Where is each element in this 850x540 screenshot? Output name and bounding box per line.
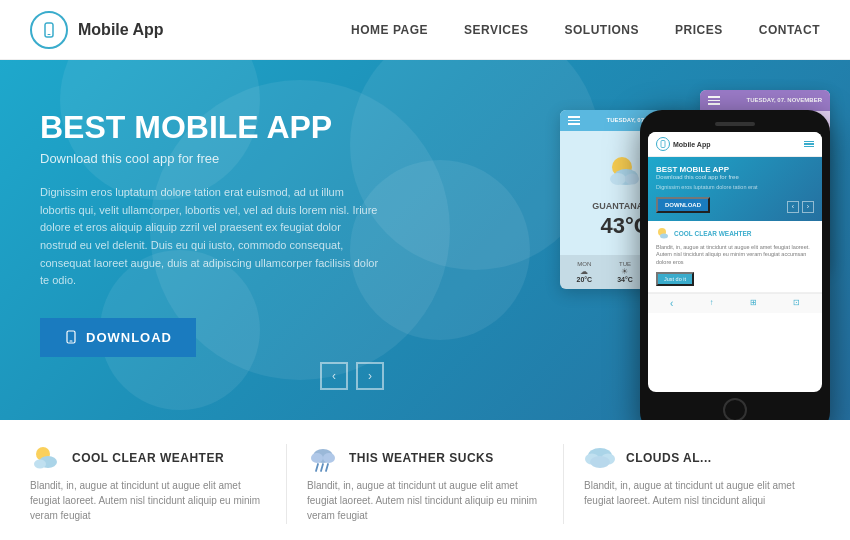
phone-bottom-nav: ‹ ↑ ⊞ ⊡ [648, 293, 822, 313]
nav-services[interactable]: SERVICES [464, 23, 528, 37]
nav-prices[interactable]: PRICES [675, 23, 723, 37]
phone-feature-text: Blandit, in, augue at tincidunt ut augue… [656, 244, 814, 267]
phone-hero: BEST MOBILE APP Download this cool app f… [648, 157, 822, 221]
phone-feature-header: COOL CLEAR WEAHTER [656, 227, 814, 241]
phone-nav-back[interactable]: ‹ [670, 298, 673, 309]
svg-point-19 [34, 460, 46, 469]
svg-point-6 [610, 173, 626, 185]
phone-feature: COOL CLEAR WEAHTER Blandit, in, augue at… [648, 221, 822, 293]
feature-1: COOL CLEAR WEAHTER Blandit, in, augue at… [30, 444, 266, 524]
phone-logo-text: Mobile App [673, 141, 710, 148]
hero-subtitle: Download this cool app for free [40, 151, 380, 166]
feature-divider-1 [286, 444, 287, 524]
feature-2: THIS WEATHER SUCKS Blandit, in, augue at… [307, 444, 543, 524]
hamburger-icon [568, 116, 580, 125]
feature-2-text: Blandit, in, augue at tincidunt ut augue… [307, 478, 543, 523]
feature-3-text: Blandit, in, augue at tincidunt ut augue… [584, 478, 820, 508]
phone-btn-icon [64, 330, 78, 344]
feature-1-text: Blandit, in, augue at tincidunt ut augue… [30, 478, 266, 523]
card-purple-date: TUESDAY, 07. NOVEMBER [747, 97, 822, 103]
hero-desc: Dignissim eros luptatum dolore tation er… [40, 184, 380, 290]
phone-speaker [715, 122, 755, 126]
feature-divider-2 [563, 444, 564, 524]
day-mon: MON ☁ 20°C [577, 261, 593, 283]
phone-download-button[interactable]: DOWNLOAD [656, 197, 710, 213]
phones-area: TUESDAY, 07. NOVEMBER GUANTANAMO 43°C MO… [560, 80, 830, 289]
phone-logo: Mobile App [656, 137, 710, 151]
nav-contact[interactable]: CONTACT [759, 23, 820, 37]
hero-title: BEST MOBILE APP [40, 110, 380, 145]
phone-outer: Mobile App BEST MOBILE APP Download this… [640, 110, 830, 420]
feature-1-icon [30, 444, 62, 472]
hero-section: BEST MOBILE APP Download this cool app f… [0, 60, 850, 420]
phone-dl-label: DOWNLOAD [665, 202, 701, 208]
phone-feature-button[interactable]: Just do it [656, 272, 694, 286]
svg-rect-1 [48, 34, 51, 35]
feature-1-header: COOL CLEAR WEAHTER [30, 444, 224, 472]
hero-content: BEST MOBILE APP Download this cool app f… [0, 60, 420, 357]
svg-point-21 [311, 453, 323, 463]
phone-hero-desc: Dignissim eros luptatum dolore tation er… [656, 184, 814, 192]
nav-arrows: ‹ › [320, 362, 384, 390]
phone-logo-icon [656, 137, 670, 151]
feature-3-header: CLOUDS AL... [584, 444, 712, 472]
nav-solutions[interactable]: SOLUTIONS [565, 23, 640, 37]
phone-feature-title: COOL CLEAR WEAHTER [674, 230, 752, 237]
svg-rect-14 [661, 141, 665, 148]
card-purple-header: TUESDAY, 07. NOVEMBER [700, 90, 830, 111]
svg-line-24 [321, 464, 323, 471]
features-section: COOL CLEAR WEAHTER Blandit, in, augue at… [0, 420, 850, 540]
svg-line-23 [316, 464, 318, 471]
download-button[interactable]: DOWNLOAD [40, 318, 196, 357]
phone-hamburger [804, 141, 814, 148]
logo-area: Mobile App [30, 11, 164, 49]
phone-mockup: Mobile App BEST MOBILE APP Download this… [640, 110, 830, 420]
feature-1-title: COOL CLEAR WEAHTER [72, 451, 224, 465]
phone-nav-reload[interactable]: ⊡ [793, 298, 800, 309]
svg-line-25 [326, 464, 328, 471]
prev-arrow[interactable]: ‹ [320, 362, 348, 390]
feature-3-icon [584, 444, 616, 472]
svg-point-16 [660, 233, 668, 238]
feature-3-title: CLOUDS AL... [626, 451, 712, 465]
logo-title: Mobile App [78, 21, 164, 39]
phone-home-button[interactable] [723, 398, 747, 420]
download-label: DOWNLOAD [86, 330, 172, 345]
feature-icon [656, 227, 670, 241]
nav-home[interactable]: HOME PAGE [351, 23, 428, 37]
phone-nav-bookmark[interactable]: ⊞ [750, 298, 757, 309]
phone-arrows: ‹ › [787, 201, 814, 213]
feature-2-title: THIS WEATHER SUCKS [349, 451, 494, 465]
phone-screen: Mobile App BEST MOBILE APP Download this… [648, 132, 822, 392]
phone-icon [40, 21, 58, 39]
svg-point-29 [590, 456, 610, 468]
header: Mobile App HOME PAGE SERVICES SOLUTIONS … [0, 0, 850, 60]
svg-point-7 [625, 173, 639, 184]
feature-2-icon [307, 444, 339, 472]
phone-feature-btn-label: Just do it [664, 276, 686, 282]
phone-hero-sub: Download this cool app for free [656, 174, 814, 180]
svg-rect-3 [70, 341, 73, 342]
phone-next[interactable]: › [802, 201, 814, 213]
next-arrow[interactable]: › [356, 362, 384, 390]
feature-2-header: THIS WEATHER SUCKS [307, 444, 494, 472]
nav: HOME PAGE SERVICES SOLUTIONS PRICES CONT… [351, 23, 820, 37]
phone-nav-share[interactable]: ↑ [710, 298, 714, 309]
phone-hero-title: BEST MOBILE APP [656, 165, 814, 174]
svg-point-22 [323, 453, 335, 463]
phone-header: Mobile App [648, 132, 822, 157]
logo-icon [30, 11, 68, 49]
phone-hero-actions: DOWNLOAD ‹ › [656, 197, 814, 213]
hamburger-icon-2 [708, 96, 720, 105]
phone-prev[interactable]: ‹ [787, 201, 799, 213]
feature-3: CLOUDS AL... Blandit, in, augue at tinci… [584, 444, 820, 524]
day-tue: TUE ☀ 34°C [617, 261, 633, 283]
